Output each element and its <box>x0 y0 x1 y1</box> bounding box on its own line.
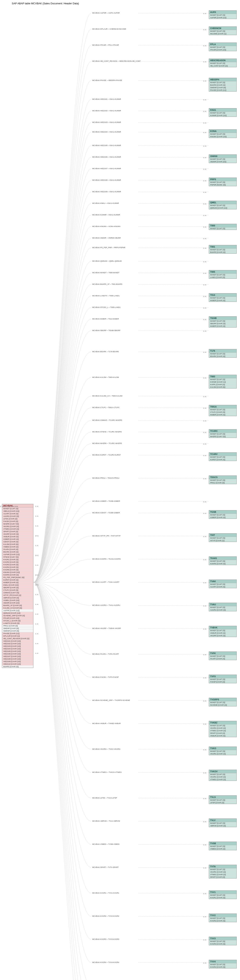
cardinality-label: 0..N <box>203 99 206 101</box>
table-row: MTLAUR [CHAR (1)] <box>2 635 33 637</box>
table-row: VTWEG [CHAR (2)] <box>209 873 237 876</box>
table-box: TVSBMANDT [CLNT (3)]VSBED [CHAR (2)] <box>209 842 237 850</box>
table-row: MANDT [CLNT (3)] <box>209 112 237 114</box>
cardinality-label: 0..N <box>203 352 206 353</box>
cardinality-label: 0..N <box>203 226 206 228</box>
relation-label: MCVBAK-VTWEG = TVKOV-VTWEG <box>92 771 122 773</box>
table-header: TGSB <box>209 511 237 514</box>
relation-label: MCVBAK-SBGRP = T024B-SBGRP <box>92 329 120 331</box>
cardinality-label: 0..N <box>203 654 206 655</box>
cardinality-label: 0..N <box>203 247 206 249</box>
relation-label: MCVBAK-HIEZU05 = KNA1-KUNNR <box>92 145 121 146</box>
relation-label: MCVBAK-FAKSK = TVFS-FAKSP <box>92 676 119 678</box>
cardinality-label: 0..N <box>203 582 206 584</box>
table-box: TVLVMANDT [CLNT (3)]ABRVW [CHAR (3)] <box>209 818 237 827</box>
table-row: KVGR1 [CHAR (3)] <box>209 897 237 899</box>
relation-label: MCVBAK-HITYP_PR = THIT-HITYP <box>92 535 120 537</box>
relation-label: MCVBAK-PROLI = TDGC5-PROLI <box>92 477 120 479</box>
table-header: TVGRPS <box>209 698 237 701</box>
table-header: T000 <box>209 224 237 228</box>
cardinality-label: 0..N <box>35 564 38 566</box>
table-row: CTLPC [CHAR (3)] <box>2 589 33 592</box>
table-box: TVKBZMANDT [CLNT (3)]VKORG [CHAR (4)]VTW… <box>209 721 237 737</box>
table-row: VKORG [CHAR (4)] <box>2 525 33 528</box>
relation-label: MCVBAK-QMNUM = QMEL-QMNUM <box>92 260 122 262</box>
cardinality-label: 0..N <box>203 677 206 679</box>
cardinality-label: 0..N <box>203 559 206 560</box>
relation-label: MCVBAK-KALSM = T683-KALSM <box>92 376 119 378</box>
table-row: MANDT [CLNT (3)] <box>209 456 237 458</box>
relation-label: MCVBAK-KVGR3 = TVV3-KVGR3 <box>92 938 119 940</box>
table-row: MANDT [CLNT (3)] <box>209 14 237 16</box>
table-row: MANDT [CLNT (3)] <box>209 655 237 657</box>
table-header: CHBSNCM <box>209 27 237 30</box>
table-row: MANDT [CLNT (3)] <box>209 274 237 276</box>
relation-label: MCVBAK-MANDT = T000-MANDT <box>92 272 119 274</box>
cardinality-label: 0..N <box>35 633 38 635</box>
table-row: SCHEME_GRP [CHAR (4)] <box>2 614 33 617</box>
table-row: HIEZU05 [CHAR (10)] <box>2 650 33 653</box>
cardinality-label: 0..N <box>203 431 206 433</box>
relation-label: MCVBAK-HIEZU09 = KNA1-KUNNR <box>92 191 121 192</box>
table-row: QMNUM [CHAR (12)] <box>209 207 237 209</box>
table-row: HB_CONT_REASON [CHAR (2)] <box>2 637 33 640</box>
cardinality-label: 0..N <box>203 307 206 309</box>
table-row: PHASE [CHAR (11)] <box>2 632 33 635</box>
table-row: LAND1 [CHAR (3)] <box>209 276 237 278</box>
table-row: BUKRS [CHAR (4)] <box>209 84 237 86</box>
cardinality-label: 0..N <box>203 407 206 409</box>
table-row: OBJNR [CHAR (22)] <box>209 161 237 163</box>
relation-label: MCVBAK-BSARK = T176-BSARK <box>92 351 119 353</box>
table-header: PRPS <box>209 178 237 181</box>
table-row: BSARK [CHAR (4)] <box>2 551 33 553</box>
table-header: TVSB <box>209 842 237 845</box>
table-row: MANDT [CLNT (3)] <box>209 894 237 897</box>
table-header: TVKBZ <box>209 721 237 724</box>
table-row: KURST [CHAR (4)] <box>2 579 33 581</box>
table-row: MANDT [CLNT (3)] <box>209 409 237 411</box>
cardinality-label: 0..N <box>35 603 38 605</box>
table-row: KALSM_CH [CHAR (6)] <box>2 607 33 609</box>
cardinality-label: 0..N <box>203 284 206 286</box>
table-row: KVGR3 [CHAR (3)] <box>2 563 33 566</box>
table-row: PROLI [CHAR (3)] <box>209 482 237 484</box>
table-header: HBSSPH <box>209 78 237 81</box>
cardinality-label: 0..N <box>203 111 206 112</box>
table-box: MCVBAKMANDT [CLNT (3)]VBELN [CHAR (10)]A… <box>2 504 34 668</box>
table-row: MANDT [CLNT (3)] <box>209 158 237 161</box>
table-box: T014MANDT [CLNT (3)]KKBER [CHAR (4)] <box>209 293 237 302</box>
cardinality-label: 0..N <box>35 545 38 546</box>
table-row: VKGRP [CHAR (3)] <box>2 533 33 536</box>
cardinality-label: 0..N <box>203 478 206 480</box>
cardinality-label: 0..N <box>35 525 38 527</box>
table-row: AUGRU [CHAR (3)] <box>2 515 33 518</box>
cardinality-label: 0..N <box>203 13 206 14</box>
table-header: TVV2 <box>209 914 237 917</box>
table-row: KALSM [CHAR (6)] <box>209 386 237 388</box>
relation-label: MCVBAK-HB_CONT_REASON = HBSCREASON-HB_CO… <box>92 60 141 62</box>
relation-label: MCVBAK-HIEZU01 = KNA1-KUNNR <box>92 98 121 100</box>
table-row: MANDT [CLNT (3)] <box>209 940 237 943</box>
relation-label: MCVBAK-HIEZU07 = KNA1-KUNNR <box>92 167 121 170</box>
page-title: SAP ABAP table MCVBAK {Sales Document: H… <box>12 2 240 5</box>
relation-label: MCVBAK-KURST = TCURV-KURST <box>92 454 121 456</box>
table-row: FKARA [CHAR (4)] <box>2 548 33 551</box>
table-row: HIEZU07 [CHAR (10)] <box>2 655 33 658</box>
table-row: MANDT [CLNT (3)] <box>209 479 237 482</box>
cardinality-label: 0..N <box>203 132 206 134</box>
cardinality-label: 0..N <box>203 700 206 702</box>
table-row: SBGRP [CHAR (3)] <box>2 586 33 589</box>
table-header: ONR00 <box>209 154 237 158</box>
cardinality-label: 0..N <box>203 749 206 751</box>
cardinality-label: 0..N <box>203 377 206 379</box>
table-header: TVLS <box>209 795 237 799</box>
table-row: HIEZU08 [CHAR (10)] <box>2 658 33 660</box>
table-row: FPLNR [CHAR (10)] <box>2 617 33 620</box>
table-row: HITYP_PR [CHAR (1)] <box>2 594 33 597</box>
table-row: VTWEG [CHAR (2)] <box>209 730 237 732</box>
table-box: T176MANDT [CLNT (3)]BSARK [CHAR (4)] <box>209 349 237 358</box>
table-header: TCURC <box>209 430 237 433</box>
relation-label: MCVBAK-VKBUR = TVKBZ-VKBUR <box>92 722 121 724</box>
table-box: TVKOVMANDT [CLNT (3)]VKORG [CHAR (4)]VTW… <box>209 770 237 781</box>
table-box: TVFSMANDT [CLNT (3)]FAKSP [CHAR (2)] <box>209 675 237 683</box>
